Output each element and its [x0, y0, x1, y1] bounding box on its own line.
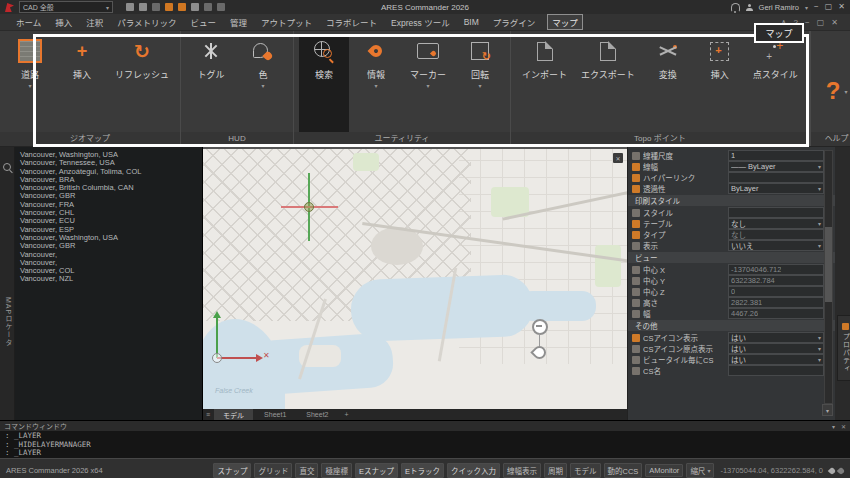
tab-model[interactable]: モデル — [214, 409, 253, 420]
section-misc[interactable]: その他 − — [628, 320, 835, 331]
tab-insert[interactable]: 挿入 — [53, 15, 74, 29]
toggle-quick-input[interactable]: クイック入力 — [447, 463, 500, 478]
minimize-button[interactable]: − — [814, 3, 819, 11]
convert-button[interactable]: 変換 — [643, 35, 693, 132]
location-pin-icon[interactable] — [828, 466, 836, 474]
tab-bim[interactable]: BIM — [462, 16, 481, 28]
chevron-down-icon[interactable]: ▾ — [818, 185, 821, 192]
refresh-button[interactable]: ↻ リフレッシュ — [109, 35, 175, 132]
toggle-lineweight[interactable]: 線幅表示 — [503, 463, 541, 478]
chevron-down-icon[interactable]: ▾ — [844, 89, 847, 95]
toggle-button[interactable]: トグル — [186, 35, 236, 132]
tab-view[interactable]: ビュー — [189, 15, 219, 29]
tab-plugins[interactable]: プラグイン — [491, 15, 538, 29]
search-button[interactable]: 検索 — [299, 35, 349, 132]
chevron-down-icon[interactable]: ▾ — [818, 163, 821, 170]
open-file-icon[interactable] — [139, 3, 147, 11]
tab-manage[interactable]: 管理 — [228, 15, 249, 29]
chevron-down-icon[interactable]: ▾ — [818, 242, 821, 249]
app-logo-icon — [5, 2, 14, 12]
export-icon[interactable] — [178, 3, 186, 11]
close-button[interactable]: ✕ — [838, 3, 845, 11]
workspace-select[interactable]: CAD 全般 ▾ — [19, 1, 113, 13]
map-locator-tab[interactable]: MAPロケータ — [3, 297, 13, 347]
tab-collaborate[interactable]: コラボレート — [324, 15, 379, 29]
scale-dropdown[interactable]: 縮尺 ▾ — [686, 463, 714, 478]
doc-minimize-icon[interactable]: − — [805, 18, 810, 27]
import-button[interactable]: インポート — [516, 35, 573, 132]
user-name[interactable]: Geri Ramiro — [759, 3, 799, 12]
properties-palette-tab[interactable]: プロパティ — [837, 315, 850, 381]
export-button[interactable]: エクスポート — [575, 35, 641, 132]
help-icon[interactable]: ? — [794, 18, 798, 27]
chevron-down-icon[interactable]: ▾ — [262, 83, 265, 89]
sheet-menu-icon[interactable]: ≡ — [206, 411, 210, 418]
rotate-button[interactable]: 回転 ▾ — [455, 35, 505, 132]
chevron-down-icon[interactable]: ▾ — [818, 334, 821, 341]
insert-topo-button[interactable]: 挿入 — [695, 35, 745, 132]
toggle-amonitor[interactable]: AMonitor — [645, 464, 683, 477]
tab-output[interactable]: アウトプット — [259, 15, 314, 29]
toggle-dynamic-ccs[interactable]: 動的CCS — [604, 463, 643, 478]
redo-icon[interactable] — [217, 3, 225, 11]
help-button[interactable]: ? ▾ — [816, 35, 850, 132]
viewport-close-button[interactable]: ✕ — [613, 153, 623, 163]
chevron-down-icon[interactable]: ▾ — [375, 83, 378, 89]
chevron-down-icon[interactable]: ▾ — [805, 4, 808, 11]
ribbon-collapse-icon[interactable]: ∧ — [781, 18, 787, 27]
tab-sheet2[interactable]: Sheet2 — [297, 409, 337, 420]
tab-map[interactable]: マップ — [547, 14, 583, 30]
map-viewport[interactable]: False Creek ✕ ✕ — [203, 147, 627, 409]
chevron-down-icon[interactable]: ▾ — [818, 220, 821, 227]
file-export-icon — [600, 42, 616, 61]
locator-result[interactable]: Vancouver, NZL — [20, 275, 202, 283]
tab-annotate[interactable]: 注釈 — [84, 15, 105, 29]
point-style-button[interactable]: 点スタイル — [747, 35, 804, 132]
tab-home[interactable]: ホーム — [14, 15, 43, 29]
toggle-polar[interactable]: 極座標 — [321, 463, 352, 478]
save-icon[interactable] — [152, 3, 160, 11]
app-window: CAD 全般 ▾ ARES Commander 2026 Geri Ramiro… — [0, 0, 850, 478]
toggle-snap[interactable]: スナップ — [213, 463, 251, 478]
toggle-model[interactable]: モデル — [570, 463, 601, 478]
command-line: : _LAYER — [5, 432, 845, 441]
maximize-button[interactable]: ▢ — [825, 3, 833, 11]
geolocation-icon[interactable] — [837, 466, 845, 474]
toggle-etrack[interactable]: Eトラック — [401, 463, 444, 478]
print-icon[interactable] — [191, 3, 199, 11]
section-print-style[interactable]: 印刷スタイル − — [628, 195, 835, 206]
import-icon[interactable] — [165, 3, 173, 11]
property-value: 0 — [731, 287, 735, 296]
command-close-icon[interactable]: ✕ — [841, 423, 846, 430]
doc-close-icon[interactable]: ✕ — [831, 18, 838, 27]
chevron-down-icon[interactable]: ▾ — [818, 345, 821, 352]
road-button[interactable]: 道路 ▾ — [5, 35, 55, 132]
command-history[interactable]: : _LAYER : _HIDELAYERMANAGER : _LAYER — [0, 431, 850, 459]
new-file-icon[interactable] — [126, 3, 134, 11]
toggle-cycle[interactable]: 周期 — [544, 463, 567, 478]
scroll-down-button[interactable]: ▾ — [822, 404, 833, 416]
color-button[interactable]: 色 ▾ — [238, 35, 288, 132]
tab-parametric[interactable]: パラメトリック — [115, 15, 178, 29]
chevron-down-icon[interactable]: ▾ — [818, 356, 821, 363]
command-options-icon[interactable]: ▾ — [832, 423, 835, 430]
toggle-esnap[interactable]: Eスナップ — [355, 463, 398, 478]
section-view[interactable]: ビュー − — [628, 252, 835, 263]
add-sheet-button[interactable]: + — [339, 411, 353, 418]
notifications-icon[interactable] — [731, 3, 740, 12]
chevron-down-icon[interactable]: ▾ — [28, 83, 31, 89]
insert-geomap-button[interactable]: + 挿入 — [57, 35, 107, 132]
info-button[interactable]: 情報 ▾ — [351, 35, 401, 132]
toggle-ortho[interactable]: 直交 — [295, 463, 318, 478]
toggle-grid[interactable]: グリッド — [254, 463, 292, 478]
command-window-header[interactable]: コマンドウィンドウ ▾ ✕ — [0, 421, 850, 431]
property-value: はい — [731, 332, 746, 343]
chevron-down-icon[interactable]: ▾ — [479, 83, 482, 89]
doc-restore-icon[interactable]: ▢ — [817, 18, 825, 27]
properties-scrollbar[interactable] — [824, 150, 833, 404]
tab-sheet1[interactable]: Sheet1 — [255, 409, 295, 420]
chevron-down-icon[interactable]: ▾ — [427, 83, 430, 89]
tab-express-tools[interactable]: Express ツール — [389, 15, 452, 29]
marker-button[interactable]: マーカー ▾ — [403, 35, 453, 132]
undo-icon[interactable] — [204, 3, 212, 11]
